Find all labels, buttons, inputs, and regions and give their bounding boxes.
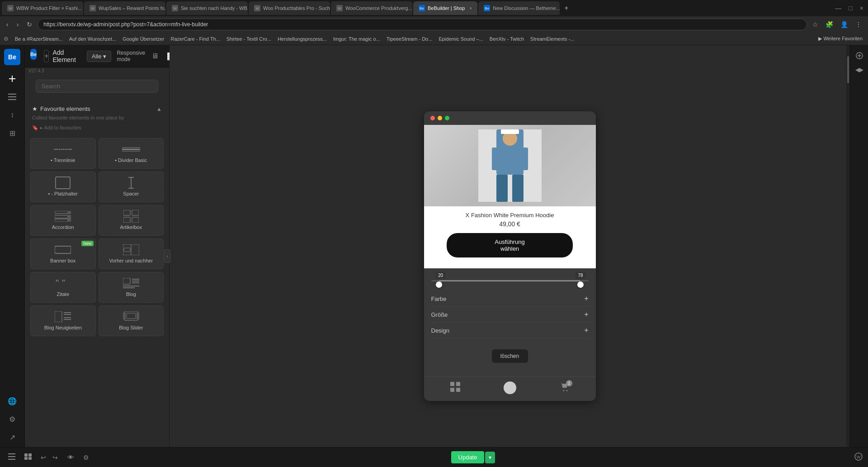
bookmark-imgur[interactable]: Imgur: The magic o...	[331, 35, 382, 43]
element-blog-slider[interactable]: Blog Slider	[99, 305, 164, 336]
blog-icon	[123, 278, 139, 289]
bookmark-google[interactable]: Google Übersetzer	[121, 35, 166, 43]
maximize-btn[interactable]: □	[846, 5, 855, 12]
svg-rect-32	[124, 248, 130, 252]
preview-scrollbar[interactable]	[846, 45, 850, 467]
mobile-titlebar	[424, 111, 596, 125]
settings-btn[interactable]: ⚙	[80, 452, 92, 463]
preview-scroll-content[interactable]: X Fashion White Premium Hoodie 49,00 € A…	[424, 125, 596, 376]
bookmark-icon: 🔖	[32, 125, 38, 131]
minimize-btn[interactable]: —	[832, 5, 844, 12]
delete-btn-wrapper: löschen	[431, 338, 589, 374]
bookmark-herstellung[interactable]: Herstellungsprozess...	[276, 35, 329, 43]
undo-btn[interactable]: ↩	[38, 452, 49, 463]
bookmarks-bar: ⚙ Be a #RazerStream... Auf den Wunschzet…	[0, 33, 868, 45]
tab-handy[interactable]: W Sie suchten nach Handy - WB... ×	[166, 1, 248, 15]
tab-woo[interactable]: W Woo Producttables Pro - Such... ×	[249, 1, 330, 15]
filter-dropdown[interactable]: Alle ▾	[87, 51, 112, 62]
filter-grosse-label: Größe	[431, 311, 448, 318]
vorher-nachher-label: Vorher und nachher	[109, 258, 153, 263]
delete-btn[interactable]: löschen	[492, 349, 528, 363]
new-badge: New	[81, 241, 93, 246]
element-spacer[interactable]: Spacer	[99, 172, 164, 202]
bookmark-more[interactable]: ▶ Weitere Favoriten	[816, 35, 864, 43]
new-tab-button[interactable]: +	[561, 4, 572, 12]
be-sidebar: Be ↕ ⊞ 🌐 ⚙ ↗ W	[0, 45, 25, 467]
element-artikelbox[interactable]: Artikelbox	[99, 205, 164, 236]
responsive-mode-label[interactable]: Responsive mode	[117, 50, 145, 62]
back-btn[interactable]: ‹	[4, 19, 11, 30]
profile-btn[interactable]: 👤	[838, 19, 851, 30]
element-zitate[interactable]: "" Zitate	[30, 272, 96, 303]
sidebar-icon-add[interactable]	[4, 71, 20, 87]
update-arrow-btn[interactable]: ▾	[485, 452, 495, 463]
extensions-btn[interactable]: 🧩	[823, 19, 836, 30]
filter-row-farbe[interactable]: Farbe +	[431, 291, 589, 307]
more-btn[interactable]: ⋮	[853, 19, 864, 30]
tab-label-woocomp: WooCommerce Produktverg...	[345, 5, 412, 11]
url-bar[interactable]: https://benxtv.de/wp-admin/post.php?post…	[38, 19, 807, 30]
reload-btn[interactable]: ↻	[24, 19, 35, 30]
mobile-toggle-btn[interactable]	[5, 452, 18, 463]
panel-plus-btn[interactable]: +	[44, 50, 49, 62]
bookmark-wunsch[interactable]: Auf den Wunschzet...	[67, 35, 118, 43]
range-handle-min[interactable]	[436, 281, 442, 288]
tab-bebuilder[interactable]: Be BeBuilder | Shop ×	[413, 1, 477, 15]
element-platzhalter[interactable]: • - Platzhalter	[30, 172, 96, 202]
tab-woocomp[interactable]: W WooCommerce Produktverg... ×	[331, 1, 412, 15]
element-banner-box[interactable]: New Banner box	[30, 238, 96, 269]
tab-close-bebuilder[interactable]: ×	[469, 6, 472, 11]
product-details: X Fashion White Premium Hoodie 49,00 € A…	[424, 206, 596, 268]
forward-btn[interactable]: ›	[14, 19, 22, 30]
redo-btn[interactable]: ↪	[50, 452, 61, 463]
filter-row-design[interactable]: Design +	[431, 323, 589, 338]
bookmark-shirtee[interactable]: Shirtee - Textil Cro...	[225, 35, 273, 43]
element-blog-neuigkeiten[interactable]: Blog Neuigkeiten	[30, 305, 96, 336]
wp-bottom-icon[interactable]: W	[854, 453, 863, 462]
element-blog[interactable]: Blog	[99, 272, 164, 303]
tab-label-discussion: New Discussion — Betheme...	[493, 5, 560, 11]
sidebar-icon-sort[interactable]: ↕	[4, 107, 20, 123]
bookmark-epidemic[interactable]: Epidemic Sound –...	[437, 35, 485, 43]
filter-design-expand-icon: +	[584, 326, 588, 334]
element-divider-basic[interactable]: • Divider Basic	[99, 138, 164, 169]
sidebar-icon-layers[interactable]	[4, 89, 20, 105]
toggle-panel-btn[interactable]: ‹	[164, 249, 170, 263]
view-toggle-btn[interactable]	[22, 452, 34, 463]
add-to-fav[interactable]: 🔖 ▸ Add to favourites	[28, 124, 165, 136]
tab-discussion[interactable]: Be New Discussion — Betheme... ×	[478, 1, 560, 15]
sidebar-icon-grid[interactable]: ⊞	[4, 125, 20, 141]
device-monitor-btn[interactable]: 🖥	[149, 50, 161, 62]
bookmark-razercare[interactable]: RazerCare - Find Th...	[169, 35, 222, 43]
tab-wbw[interactable]: W WBW Product Filter × Fashi... ×	[2, 1, 83, 15]
bookmark-btn[interactable]: ☆	[810, 19, 821, 30]
tab-wupsales[interactable]: W WupSales – Reward Points fo... ×	[84, 1, 165, 15]
sidebar-icon-arrow[interactable]: ↗	[4, 429, 20, 445]
preview-btn[interactable]	[64, 452, 77, 463]
home-dot[interactable]	[504, 381, 516, 394]
bottom-grid-icon[interactable]	[450, 382, 460, 394]
filter-label: Alle	[92, 53, 102, 60]
sidebar-icon-globe[interactable]: 🌐	[4, 393, 20, 409]
element-vorher-nachher[interactable]: Vorher und nachher	[99, 238, 164, 269]
range-handle-max[interactable]	[577, 281, 584, 288]
search-input[interactable]	[36, 80, 158, 93]
update-btn[interactable]: Update	[451, 451, 485, 463]
right-icon-circle[interactable]	[853, 49, 866, 62]
browser-close-btn[interactable]: ×	[857, 5, 866, 12]
bookmark-stream[interactable]: StreamElements -...	[528, 35, 576, 43]
zitate-icon: ""	[55, 278, 71, 289]
bookmark-razer[interactable]: Be a #RazerStream...	[13, 35, 65, 43]
bookmark-tipeee[interactable]: TipeeeStream - Do...	[385, 35, 434, 43]
element-trennlinie[interactable]: • Trennlinie	[30, 138, 96, 169]
cart-icon-wrapper[interactable]: 2	[560, 382, 570, 394]
right-icon-layers[interactable]	[853, 64, 866, 78]
element-accordion[interactable]: Accordion	[30, 205, 96, 236]
filter-row-grosse[interactable]: Größe +	[431, 307, 589, 323]
svg-point-63	[566, 390, 567, 391]
range-slider[interactable]: 20 78	[431, 274, 589, 287]
favourites-collapse-btn[interactable]: ▲	[156, 106, 162, 112]
bookmark-benxtv[interactable]: BenXtv - Twitch	[488, 35, 526, 43]
product-add-to-cart-btn[interactable]: Ausführung wählen	[447, 233, 572, 257]
sidebar-icon-settings[interactable]: ⚙	[4, 411, 20, 427]
